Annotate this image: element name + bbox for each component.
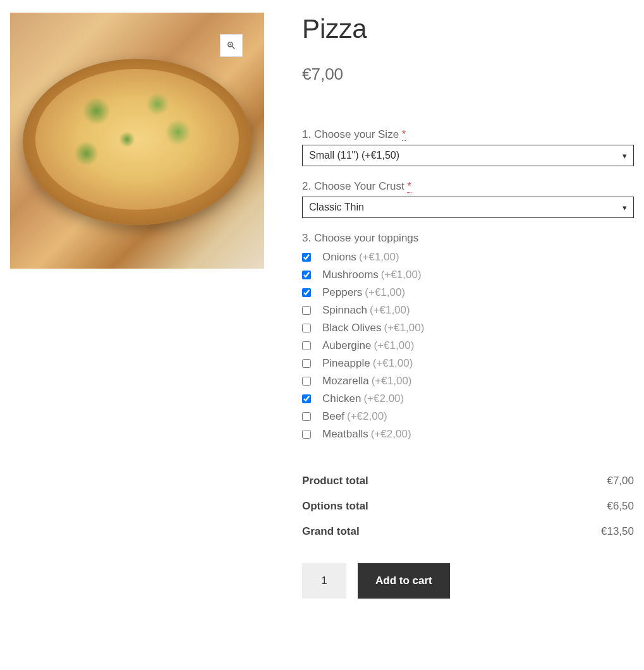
topping-checkbox[interactable] — [302, 324, 311, 332]
topping-checkbox[interactable] — [302, 306, 311, 315]
topping-item: Meatballs(+€2,00) — [302, 425, 634, 443]
add-to-cart-button[interactable]: Add to cart — [358, 563, 450, 599]
crust-option-group: 2. Choose Your Crust * Classic Thin — [302, 180, 634, 218]
topping-checkbox[interactable] — [302, 253, 311, 262]
topping-price: (+€1,00) — [381, 269, 422, 281]
topping-name: Chicken — [322, 393, 361, 405]
options-total-label: Options total — [302, 500, 368, 513]
options-total-row: Options total €6,50 — [302, 494, 634, 519]
topping-name: Beef — [322, 410, 344, 423]
topping-name: Onions — [322, 251, 356, 264]
toppings-option-group: 3. Choose your toppings Onions(+€1,00)Mu… — [302, 232, 634, 443]
topping-price: (+€1,00) — [365, 286, 405, 299]
topping-name: Pineapple — [322, 357, 370, 370]
topping-price: (+€2,00) — [347, 410, 387, 423]
topping-item: Pineapple(+€1,00) — [302, 355, 634, 372]
topping-item: Black Olives(+€1,00) — [302, 319, 634, 337]
product-price: €7,00 — [302, 64, 634, 84]
topping-item: Aubergine(+€1,00) — [302, 337, 634, 355]
topping-item: Mozarella(+€1,00) — [302, 372, 634, 390]
size-label: 1. Choose your Size * — [302, 128, 634, 141]
topping-checkbox[interactable] — [302, 430, 311, 439]
topping-price: (+€2,00) — [371, 428, 411, 441]
topping-price: (+€1,00) — [359, 251, 399, 264]
required-mark: * — [402, 128, 406, 141]
topping-price: (+€2,00) — [363, 393, 404, 405]
topping-item: Spinnach(+€1,00) — [302, 302, 634, 319]
product-total-label: Product total — [302, 475, 368, 487]
zoom-button[interactable] — [220, 34, 243, 57]
topping-checkbox[interactable] — [302, 271, 311, 279]
size-option-group: 1. Choose your Size * Small (11") (+€1,5… — [302, 128, 634, 166]
topping-price: (+€1,00) — [372, 375, 412, 387]
topping-item: Onions(+€1,00) — [302, 248, 634, 266]
topping-name: Meatballs — [322, 428, 368, 441]
product-total-row: Product total €7,00 — [302, 468, 634, 494]
toppings-label: 3. Choose your toppings — [302, 232, 634, 245]
topping-price: (+€1,00) — [384, 322, 425, 334]
topping-item: Beef(+€2,00) — [302, 408, 634, 425]
topping-item: Mushrooms(+€1,00) — [302, 266, 634, 284]
required-mark: * — [407, 180, 411, 193]
crust-select[interactable]: Classic Thin — [302, 197, 634, 218]
topping-name: Mozarella — [322, 375, 369, 387]
topping-checkbox[interactable] — [302, 288, 311, 297]
options-total-value: €6,50 — [607, 500, 634, 513]
topping-item: Chicken(+€2,00) — [302, 390, 634, 408]
topping-checkbox[interactable] — [302, 377, 311, 386]
product-title: Pizza — [302, 14, 634, 44]
topping-name: Peppers — [322, 286, 362, 299]
topping-price: (+€1,00) — [370, 304, 410, 317]
topping-name: Spinnach — [322, 304, 367, 317]
topping-checkbox[interactable] — [302, 341, 311, 350]
crust-label: 2. Choose Your Crust * — [302, 180, 634, 193]
topping-name: Aubergine — [322, 339, 372, 352]
grand-total-row: Grand total €13,50 — [302, 519, 634, 544]
topping-price: (+€1,00) — [373, 357, 413, 370]
quantity-input[interactable] — [302, 563, 346, 599]
topping-price: (+€1,00) — [374, 339, 415, 352]
topping-checkbox[interactable] — [302, 412, 311, 421]
magnify-plus-icon — [226, 40, 236, 51]
product-total-value: €7,00 — [607, 475, 634, 487]
topping-name: Black Olives — [322, 322, 382, 334]
grand-total-value: €13,50 — [601, 525, 634, 538]
totals-section: Product total €7,00 Options total €6,50 … — [302, 468, 634, 544]
grand-total-label: Grand total — [302, 525, 360, 538]
size-select[interactable]: Small (11") (+€1,50) — [302, 145, 634, 166]
topping-name: Mushrooms — [322, 269, 379, 281]
topping-checkbox[interactable] — [302, 359, 311, 368]
topping-item: Peppers(+€1,00) — [302, 284, 634, 302]
topping-checkbox[interactable] — [302, 394, 311, 403]
